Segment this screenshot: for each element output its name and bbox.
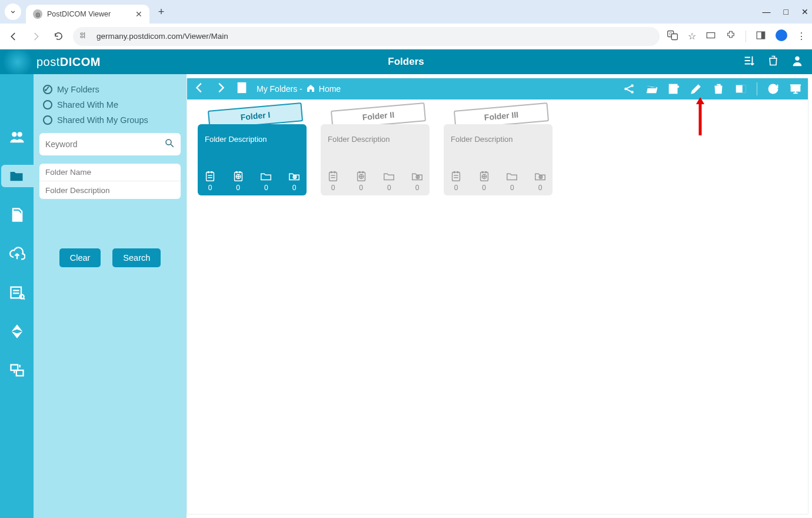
folder-stat: 0 (204, 170, 217, 192)
clear-button[interactable]: Clear (59, 248, 101, 267)
stat-count: 0 (359, 184, 363, 192)
rail-item-worklist[interactable] (5, 281, 29, 304)
svg-rect-6 (707, 32, 715, 38)
new-tab-button[interactable]: + (153, 4, 169, 20)
nav-rail (0, 74, 34, 518)
sort-icon[interactable] (743, 54, 756, 70)
search-button[interactable]: Search (112, 248, 161, 267)
stat-count: 0 (510, 184, 514, 192)
nav-back-button[interactable] (6, 29, 21, 44)
user-account-icon[interactable] (791, 54, 804, 70)
scope-my-folders[interactable]: My Folders (43, 85, 177, 94)
stat-count: 0 (387, 184, 391, 192)
search-icon[interactable] (164, 138, 175, 151)
nav-forward-button[interactable] (28, 29, 44, 44)
nav-forward-icon[interactable] (214, 81, 227, 97)
window-maximize-button[interactable]: □ (784, 7, 788, 16)
rail-item-users[interactable] (5, 126, 29, 148)
rail-item-upload[interactable] (5, 243, 29, 265)
profile-avatar[interactable] (776, 29, 787, 44)
stat-count: 0 (454, 184, 458, 192)
scope-label: My Folders (57, 85, 99, 94)
folder-stat: 0 (259, 170, 272, 192)
window-minimize-button[interactable]: ― (763, 7, 771, 16)
extensions-icon[interactable] (726, 30, 736, 43)
svg-rect-8 (761, 32, 765, 39)
rail-item-folders[interactable] (1, 165, 34, 187)
site-settings-icon[interactable] (80, 31, 91, 41)
logo-globe-icon (4, 49, 32, 74)
main-content: My Folders - Home Folder I Folder Descri… (187, 78, 808, 514)
presentation-icon[interactable] (789, 82, 802, 95)
folder-stat: 0 (478, 170, 491, 192)
svg-rect-18 (16, 370, 23, 376)
stat-count: 0 (538, 184, 543, 192)
svg-rect-4 (671, 34, 677, 39)
translate-icon[interactable]: G (667, 29, 678, 44)
new-folder-icon[interactable] (667, 82, 680, 95)
folder-stat: 0 (232, 170, 245, 192)
url-text: germany.postdicom.com/Viewer/Main (96, 32, 228, 41)
folder-stat: 0 (534, 170, 547, 192)
scope-shared-with-me[interactable]: Shared With Me (43, 100, 177, 109)
stat-count: 0 (331, 184, 335, 192)
address-bar[interactable]: germany.postdicom.com/Viewer/Main (73, 27, 660, 46)
breadcrumb-prefix: My Folders - (257, 84, 302, 94)
nav-reload-button[interactable] (51, 29, 66, 44)
browser-tab[interactable]: ◍ PostDICOM Viewer ✕ (26, 5, 149, 24)
scope-label: Shared With My Groups (57, 115, 148, 125)
scope-shared-with-groups[interactable]: Shared With My Groups (43, 115, 177, 125)
browser-toolbar: germany.postdicom.com/Viewer/Main G ☆ ⋮ (0, 24, 812, 49)
keyword-search[interactable] (39, 133, 181, 155)
up-level-icon[interactable] (235, 81, 248, 97)
window-close-button[interactable]: ✕ (801, 7, 808, 16)
folder-stat: 0 (411, 170, 424, 192)
page-title: Folders (388, 56, 424, 68)
filter-fields (39, 164, 181, 199)
rail-item-exchange[interactable] (5, 359, 29, 381)
recycle-bin-icon[interactable] (767, 54, 779, 70)
separator (746, 31, 746, 42)
browser-tab-strip: ◍ PostDICOM Viewer ✕ + ― □ ✕ (0, 0, 812, 24)
home-icon (306, 84, 315, 95)
stat-count: 0 (264, 184, 268, 192)
folder-card[interactable]: Folder I Folder Description 0000 (198, 110, 307, 195)
open-folder-icon[interactable] (645, 82, 658, 95)
folder-stat: 0 (382, 170, 395, 192)
svg-text:G: G (669, 32, 672, 36)
bookmark-star-icon[interactable]: ☆ (688, 31, 696, 42)
tab-list-dropdown[interactable] (5, 4, 21, 20)
folder-stat: 0 (505, 170, 518, 192)
stat-count: 0 (415, 184, 420, 192)
folder-stat: 0 (355, 170, 368, 192)
extension-1-icon[interactable] (705, 30, 716, 43)
logo-text-suffix: DICOM (60, 55, 101, 68)
folder-name-input[interactable] (39, 164, 181, 181)
folder-description-input[interactable] (39, 181, 181, 199)
nav-back-icon[interactable] (193, 81, 206, 97)
rail-item-sync[interactable] (5, 320, 29, 343)
tab-close-icon[interactable]: ✕ (135, 9, 142, 19)
folder-card[interactable]: Folder II Folder Description 0000 (321, 110, 430, 195)
browser-menu-icon[interactable]: ⋮ (797, 31, 806, 42)
edit-pencil-icon[interactable] (690, 82, 703, 95)
breadcrumb-home: Home (319, 84, 341, 94)
app-logo[interactable]: postDICOM (0, 49, 101, 74)
share-icon[interactable] (623, 82, 635, 95)
keyword-input[interactable] (45, 140, 164, 149)
folder-stat: 0 (450, 170, 462, 192)
folder-stat: 0 (327, 170, 340, 192)
folder-card[interactable]: Folder III Folder Description 0000 (444, 110, 553, 195)
svg-rect-1 (81, 36, 84, 38)
folder-description: Folder Description (451, 135, 545, 144)
sidepanel-icon[interactable] (756, 30, 766, 43)
delete-trash-icon[interactable] (712, 82, 725, 95)
breadcrumb[interactable]: My Folders - Home (257, 84, 341, 95)
svg-line-16 (23, 298, 24, 299)
rail-item-documents[interactable] (5, 204, 29, 226)
favicon-icon: ◍ (33, 9, 42, 19)
filter-panel: My Folders Shared With Me Shared With My… (34, 74, 187, 518)
refresh-icon[interactable] (767, 82, 780, 95)
app-header: postDICOM Folders (0, 49, 812, 74)
panel-toggle-icon[interactable] (734, 82, 747, 95)
